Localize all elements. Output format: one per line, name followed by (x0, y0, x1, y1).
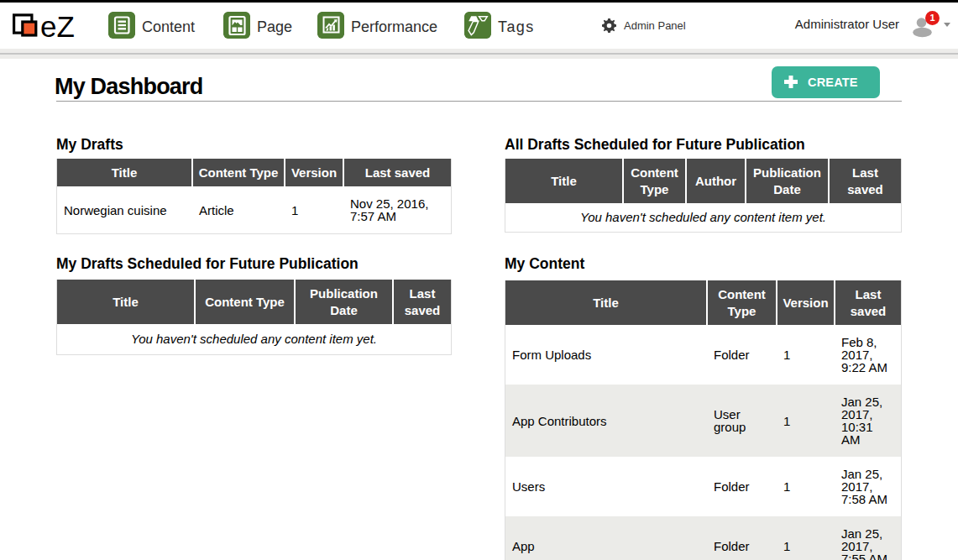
svg-text:eZ: eZ (40, 10, 75, 43)
